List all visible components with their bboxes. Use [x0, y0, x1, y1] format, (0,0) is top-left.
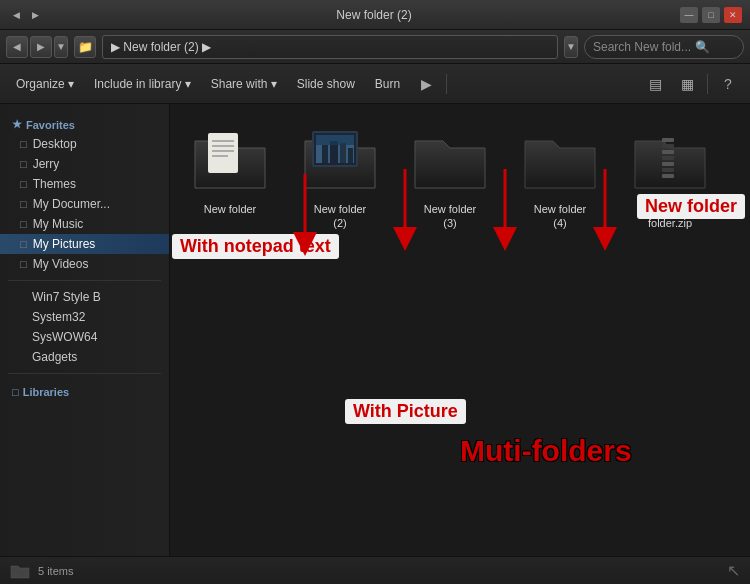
minimize-button[interactable]: — — [680, 7, 698, 23]
small-nav-left[interactable]: ◀ — [8, 7, 24, 23]
back-button[interactable]: ◀ — [6, 36, 28, 58]
path-dropdown[interactable]: ▼ — [564, 36, 578, 58]
folder-label-1: New folder — [204, 202, 257, 216]
folder-icon-1 — [190, 118, 270, 198]
folder-svg-2 — [300, 123, 380, 193]
search-placeholder: Search New fold... — [593, 40, 691, 54]
folder-item-5[interactable]: Newfolder.zip — [620, 114, 720, 235]
svg-rect-16 — [662, 156, 674, 160]
sidebar-item-gadgets[interactable]: Gadgets — [0, 347, 169, 367]
search-icon: 🔍 — [695, 40, 710, 54]
address-path[interactable]: ▶ New folder (2) ▶ — [102, 35, 558, 59]
folder-icon-btn[interactable]: 📁 — [74, 36, 96, 58]
sidebar-divider2 — [8, 373, 161, 374]
search-box[interactable]: Search New fold... 🔍 — [584, 35, 744, 59]
address-bar: ◀ ▶ ▼ 📁 ▶ New folder (2) ▶ ▼ Search New … — [0, 30, 750, 64]
annotation-notepad: With notepad text — [172, 234, 339, 259]
folder-svg-1 — [190, 123, 270, 193]
folder-item-1[interactable]: New folder — [180, 114, 280, 235]
jerry-icon: □ — [20, 158, 27, 170]
folder-item-2[interactable]: New folder(2) — [290, 114, 390, 235]
svg-rect-17 — [662, 162, 674, 166]
svg-rect-19 — [662, 174, 674, 178]
folder-icon-2 — [300, 118, 380, 198]
help-button[interactable]: ? — [714, 70, 742, 98]
desktop-icon: □ — [20, 138, 27, 150]
folder-label-4: New folder(4) — [534, 202, 587, 231]
sidebar-item-desktop[interactable]: □ Desktop — [0, 134, 169, 154]
annotation-picture: With Picture — [345, 399, 466, 424]
window-title: New folder (2) — [68, 8, 680, 22]
libraries-label: □ Libraries — [0, 380, 169, 401]
folder-item-3[interactable]: New folder(3) — [400, 114, 500, 235]
sidebar-item-my-pictures[interactable]: □ My Pictures — [0, 234, 169, 254]
folder-icon-3 — [410, 118, 490, 198]
folder-icon-5 — [630, 118, 710, 198]
sidebar-item-win7-style[interactable]: Win7 Style B — [0, 287, 169, 307]
sidebar: ★ Favorites □ Desktop □ Jerry □ Themes □… — [0, 104, 170, 556]
themes-icon: □ — [20, 178, 27, 190]
folder-svg-3 — [410, 123, 490, 193]
sidebar-item-my-videos[interactable]: □ My Videos — [0, 254, 169, 274]
my-videos-icon: □ — [20, 258, 27, 270]
svg-rect-13 — [662, 138, 674, 142]
svg-rect-11 — [348, 148, 353, 163]
svg-rect-0 — [208, 133, 238, 173]
svg-rect-15 — [662, 150, 674, 154]
sidebar-item-my-music[interactable]: □ My Music — [0, 214, 169, 234]
folder-icon-4 — [520, 118, 600, 198]
view1-button[interactable]: ▤ — [641, 70, 669, 98]
content-area: New folder — [170, 104, 750, 556]
folder-svg-5 — [630, 123, 710, 193]
folder-label-3: New folder(3) — [424, 202, 477, 231]
include-library-button[interactable]: Include in library ▾ — [86, 73, 199, 95]
my-music-icon: □ — [20, 218, 27, 230]
sidebar-divider1 — [8, 280, 161, 281]
status-folder-icon — [10, 561, 30, 581]
sidebar-item-system32[interactable]: System32 — [0, 307, 169, 327]
view2-button[interactable]: ▦ — [673, 70, 701, 98]
favorites-label: ★ Favorites — [0, 112, 169, 134]
my-documents-icon: □ — [20, 198, 27, 210]
title-bar: ◀ ▶ New folder (2) — □ ✕ — [0, 0, 750, 30]
status-bar: 5 items ↖ — [0, 556, 750, 584]
main-area: ★ Favorites □ Desktop □ Jerry □ Themes □… — [0, 104, 750, 556]
forward-button[interactable]: ▶ — [30, 36, 52, 58]
play-button[interactable]: ▶ — [412, 70, 440, 98]
maximize-button[interactable]: □ — [702, 7, 720, 23]
window-controls: — □ ✕ — [680, 7, 742, 23]
folder-item-4[interactable]: New folder(4) — [510, 114, 610, 235]
nav-buttons: ◀ ▶ ▼ — [6, 36, 68, 58]
toolbar-separator2 — [707, 74, 708, 94]
libraries-icon: □ — [12, 386, 19, 398]
organize-button[interactable]: Organize ▾ — [8, 73, 82, 95]
sidebar-item-jerry[interactable]: □ Jerry — [0, 154, 169, 174]
toolbar: Organize ▾ Include in library ▾ Share wi… — [0, 64, 750, 104]
cursor-indicator: ↖ — [727, 561, 740, 580]
sidebar-item-themes[interactable]: □ Themes — [0, 174, 169, 194]
svg-rect-18 — [662, 168, 674, 172]
share-with-button[interactable]: Share with ▾ — [203, 73, 285, 95]
annotation-multi: Muti-folders — [460, 434, 632, 468]
svg-rect-10 — [340, 143, 346, 163]
burn-button[interactable]: Burn — [367, 73, 408, 95]
sidebar-item-syswow64[interactable]: SysWOW64 — [0, 327, 169, 347]
my-pictures-icon: □ — [20, 238, 27, 250]
dropdown-button[interactable]: ▼ — [54, 36, 68, 58]
close-button[interactable]: ✕ — [724, 7, 742, 23]
sidebar-item-my-documents[interactable]: □ My Documer... — [0, 194, 169, 214]
small-nav-right[interactable]: ▶ — [27, 7, 43, 23]
svg-rect-8 — [322, 145, 328, 163]
svg-rect-12 — [316, 135, 354, 145]
folder-svg-4 — [520, 123, 600, 193]
toolbar-separator — [446, 74, 447, 94]
folder-label-2: New folder(2) — [314, 202, 367, 231]
star-icon: ★ — [12, 118, 22, 131]
folder-label-5: Newfolder.zip — [648, 202, 692, 231]
svg-rect-14 — [662, 144, 674, 148]
slideshow-button[interactable]: Slide show — [289, 73, 363, 95]
status-count: 5 items — [38, 565, 73, 577]
